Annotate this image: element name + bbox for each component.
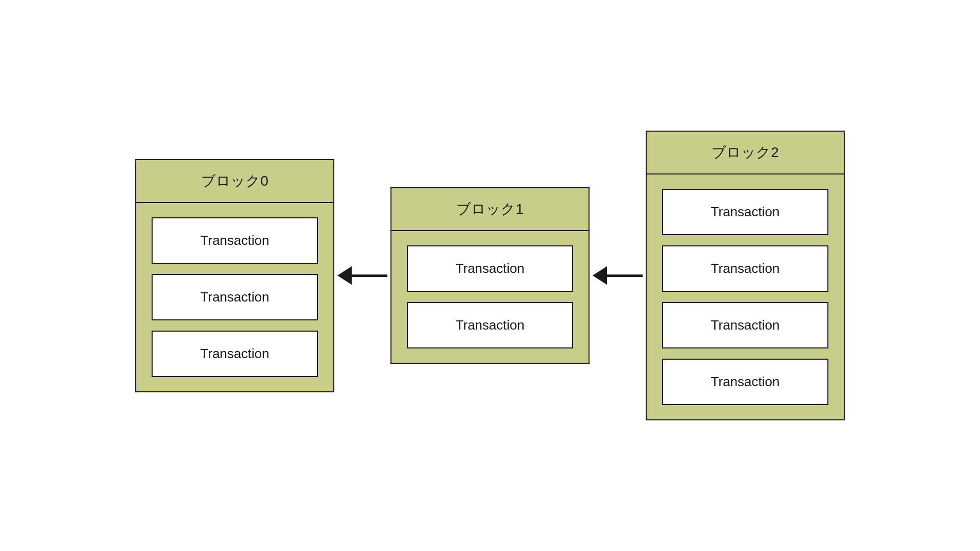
transaction-1-0: Transaction xyxy=(407,245,573,292)
arrow-1 xyxy=(334,266,390,285)
block-1-body: Transaction Transaction xyxy=(391,231,589,363)
transaction-1-1: Transaction xyxy=(407,302,573,348)
block-2-body: Transaction Transaction Transaction Tran… xyxy=(647,174,844,419)
transaction-0-0: Transaction xyxy=(152,217,318,264)
block-2: ブロック2 Transaction Transaction Transactio… xyxy=(646,131,845,420)
transaction-0-1: Transaction xyxy=(152,274,318,320)
transaction-2-3: Transaction xyxy=(662,359,828,405)
arrow-line-1 xyxy=(352,274,387,277)
block-0: ブロック0 Transaction Transaction Transactio… xyxy=(135,159,334,392)
arrow-2 xyxy=(590,266,646,285)
block-2-title: ブロック2 xyxy=(647,132,844,174)
arrow-left-1 xyxy=(337,266,387,285)
arrow-head-1 xyxy=(337,266,352,285)
arrow-head-2 xyxy=(593,266,607,285)
transaction-2-0: Transaction xyxy=(662,189,828,235)
arrow-left-2 xyxy=(593,266,643,285)
block-1: ブロック1 Transaction Transaction xyxy=(390,187,590,364)
block-0-title: ブロック0 xyxy=(136,160,333,203)
arrow-line-2 xyxy=(607,274,643,277)
blockchain-diagram: ブロック0 Transaction Transaction Transactio… xyxy=(135,131,845,420)
block-1-title: ブロック1 xyxy=(391,188,589,231)
transaction-0-2: Transaction xyxy=(152,331,318,377)
transaction-2-1: Transaction xyxy=(662,245,828,292)
block-0-body: Transaction Transaction Transaction xyxy=(136,203,333,391)
transaction-2-2: Transaction xyxy=(662,302,828,348)
